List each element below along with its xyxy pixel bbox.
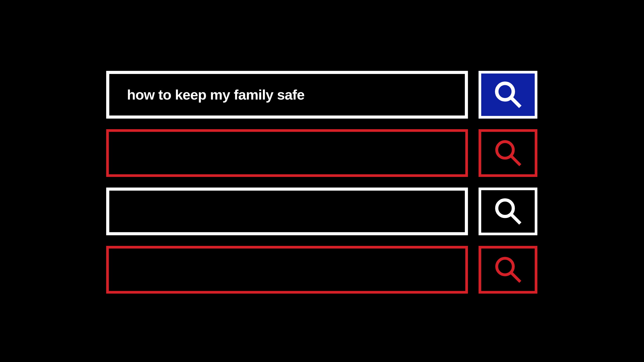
- svg-point-2: [497, 142, 513, 158]
- search-button-1[interactable]: [478, 71, 537, 118]
- search-rows: how to keep my family safe: [106, 71, 537, 293]
- search-icon: [492, 254, 524, 286]
- search-row-3: [106, 187, 537, 235]
- svg-line-5: [511, 214, 520, 223]
- search-input-1[interactable]: how to keep my family safe: [106, 71, 468, 118]
- svg-line-1: [511, 98, 520, 107]
- search-row-2: [106, 129, 537, 177]
- stage: how to keep my family safe: [0, 0, 644, 362]
- search-icon: [492, 137, 524, 169]
- search-icon: [492, 79, 524, 111]
- search-input-3[interactable]: [106, 187, 468, 235]
- search-button-4[interactable]: [478, 246, 537, 294]
- search-button-2[interactable]: [478, 129, 537, 177]
- search-row-1: how to keep my family safe: [106, 71, 537, 118]
- svg-point-4: [497, 200, 513, 216]
- svg-point-6: [497, 258, 513, 275]
- svg-point-0: [497, 83, 513, 100]
- search-row-4: [106, 246, 537, 294]
- search-button-3[interactable]: [478, 187, 537, 235]
- search-input-2[interactable]: [106, 129, 468, 177]
- svg-line-7: [511, 273, 520, 282]
- search-input-4[interactable]: [106, 246, 468, 294]
- search-icon: [492, 195, 524, 227]
- svg-line-3: [511, 156, 520, 165]
- search-text-1: how to keep my family safe: [127, 86, 305, 103]
